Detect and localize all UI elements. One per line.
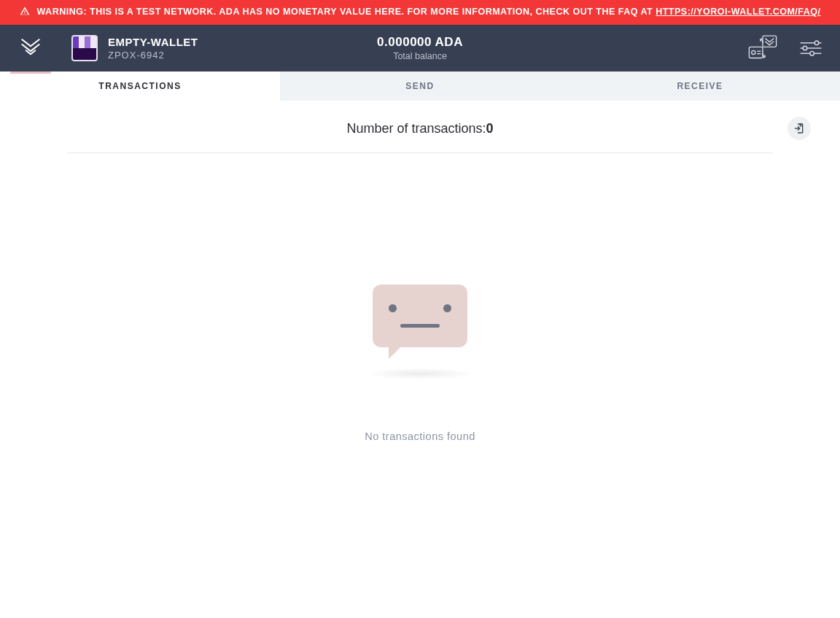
export-file-icon [793, 123, 805, 134]
tab-label: TRANSACTIONS [98, 81, 181, 91]
warning-icon [20, 6, 30, 20]
warning-text-wrap: WARNING: THIS IS A TEST NETWORK. ADA HAS… [37, 4, 821, 19]
transactions-summary: Number of transactions: 0 [67, 121, 773, 153]
svg-point-6 [803, 46, 807, 50]
tx-count-label: Number of transactions: [346, 121, 486, 136]
swap-button[interactable] [747, 34, 779, 63]
app-header: EMPTY-WALLET ZPOX-6942 0.000000 ADA Tota… [0, 25, 840, 72]
balance-amount: 0.000000 ADA [377, 35, 463, 50]
empty-eye [443, 304, 451, 312]
tab-label: RECEIVE [677, 81, 723, 91]
empty-shadow [365, 368, 475, 379]
total-balance: 0.000000 ADA Total balance [377, 35, 463, 61]
wallet-labels: EMPTY-WALLET ZPOX-6942 [108, 36, 198, 61]
tab-transactions[interactable]: TRANSACTIONS [0, 72, 280, 101]
svg-point-2 [752, 50, 755, 54]
app-logo[interactable] [0, 25, 61, 72]
empty-eye [389, 304, 397, 312]
warning-faq-link[interactable]: HTTPS://YOROI-WALLET.COM/FAQ/ [656, 7, 820, 17]
tab-receive[interactable]: RECEIVE [560, 72, 840, 101]
wallet-selector[interactable]: EMPTY-WALLET ZPOX-6942 [61, 35, 198, 61]
wallet-tabs: TRANSACTIONS SEND RECEIVE [0, 72, 840, 101]
tab-label: SEND [405, 81, 434, 91]
tx-count-value: 0 [486, 121, 494, 136]
testnet-warning-banner: WARNING: THIS IS A TEST NETWORK. ADA HAS… [0, 0, 840, 25]
empty-mouth [400, 324, 440, 328]
empty-transactions-state: No transactions found [29, 285, 811, 442]
yoroi-logo-icon [20, 37, 41, 59]
wallet-hash: ZPOX-6942 [108, 50, 198, 61]
swap-icon [747, 34, 779, 63]
empty-state-text: No transactions found [365, 430, 475, 442]
transactions-panel: Number of transactions: 0 No transaction… [0, 101, 840, 442]
svg-point-4 [814, 41, 819, 45]
header-actions [747, 34, 822, 63]
export-transactions-button[interactable] [788, 117, 811, 140]
warning-text: WARNING: THIS IS A TEST NETWORK. ADA HAS… [37, 7, 656, 17]
svg-point-8 [810, 51, 814, 55]
tab-send[interactable]: SEND [280, 72, 560, 101]
settings-button[interactable] [799, 39, 822, 58]
wallet-name: EMPTY-WALLET [108, 36, 198, 48]
empty-state-icon [373, 285, 467, 347]
balance-label: Total balance [377, 51, 463, 61]
empty-eyes [389, 304, 451, 312]
sliders-icon [799, 39, 822, 58]
wallet-identicon-icon [71, 35, 98, 61]
